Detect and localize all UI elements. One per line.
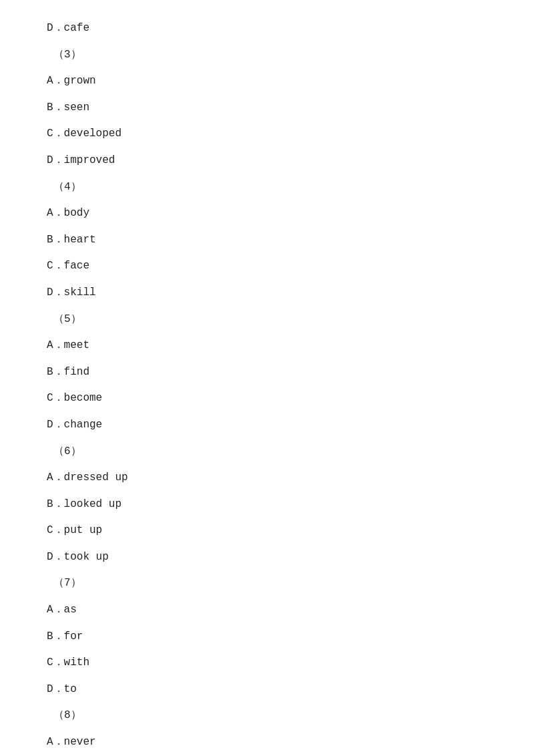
question-6: （6）: [53, 443, 487, 461]
line-b-looked-up: B．looked up: [47, 496, 487, 514]
question-4: （4）: [53, 179, 487, 196]
question-3: （3）: [53, 47, 487, 64]
line-b-seen: B．seen: [47, 100, 487, 117]
line-d-change: D．change: [47, 417, 487, 434]
question-7: （7）: [53, 575, 487, 592]
line-b-for: B．for: [47, 628, 487, 646]
line-a-grown: A．grown: [47, 73, 487, 90]
line-c-face: C．face: [47, 258, 487, 275]
line-d-skill: D．skill: [47, 285, 487, 302]
line-c-put-up: C．put up: [47, 522, 487, 540]
line-b-find: B．find: [47, 364, 487, 381]
main-content: D．cafe （3） A．grown B．seen C．developed D．…: [0, 0, 534, 756]
line-d-took-up: D．took up: [47, 549, 487, 566]
line-a-meet: A．meet: [47, 337, 487, 355]
line-c-become: C．become: [47, 390, 487, 407]
line-d-to: D．to: [47, 681, 487, 699]
line-c-developed: C．developed: [47, 126, 487, 143]
line-d-cafe: D．cafe: [47, 20, 487, 37]
question-8: （8）: [53, 707, 487, 725]
line-a-dressed-up: A．dressed up: [47, 469, 487, 487]
line-a-as: A．as: [47, 602, 487, 619]
question-5: （5）: [53, 311, 487, 329]
line-d-improved: D．improved: [47, 152, 487, 170]
line-a-body: A．body: [47, 205, 487, 222]
line-a-never: A．never: [47, 734, 487, 751]
line-c-with: C．with: [47, 654, 487, 672]
line-b-heart: B．heart: [47, 232, 487, 249]
